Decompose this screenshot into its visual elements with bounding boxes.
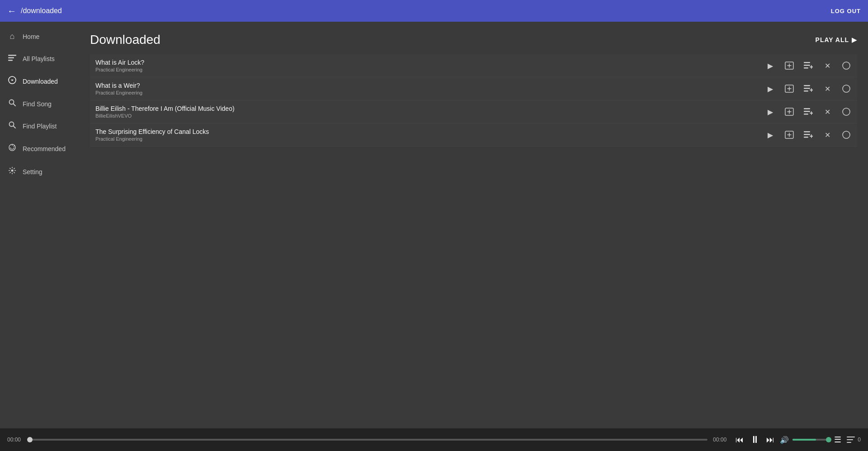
play-all-label: PLAY ALL xyxy=(816,36,849,43)
sidebar-item-setting[interactable]: Setting xyxy=(0,160,79,183)
queue-list-icon xyxy=(847,437,855,443)
svg-rect-25 xyxy=(804,90,808,92)
svg-rect-41 xyxy=(804,131,810,133)
svg-point-28 xyxy=(843,85,850,92)
track-play-button[interactable]: ▶ xyxy=(765,129,776,140)
back-button[interactable]: ← xyxy=(7,6,16,16)
svg-rect-32 xyxy=(804,108,810,109)
volume-dot xyxy=(826,437,831,442)
all-playlists-icon xyxy=(7,54,17,63)
track-play-button[interactable]: ▶ xyxy=(765,106,776,117)
svg-rect-34 xyxy=(804,114,808,115)
track-title: Billie Eilish - Therefore I Am (Official… xyxy=(95,105,234,112)
track-remove-button[interactable]: ✕ xyxy=(822,129,833,140)
logout-button[interactable]: LOG OUT xyxy=(831,8,861,14)
sidebar-item-downloaded[interactable]: Downloaded xyxy=(0,70,79,93)
track-download-button[interactable] xyxy=(841,129,852,140)
svg-line-9 xyxy=(14,146,14,147)
track-info: Billie Eilish - Therefore I Am (Official… xyxy=(95,105,234,119)
track-add-playlist-button[interactable] xyxy=(784,129,795,140)
track-add-queue-button[interactable] xyxy=(803,60,814,71)
track-actions: ▶ xyxy=(765,129,852,140)
svg-rect-0 xyxy=(8,55,16,56)
sidebar-item-find-song[interactable]: Find Song xyxy=(0,93,79,115)
svg-point-46 xyxy=(843,131,850,138)
sidebar-item-recommended[interactable]: Recommended xyxy=(0,137,79,160)
sidebar-item-home[interactable]: ⌂ Home xyxy=(0,25,79,47)
play-all-icon: ▶ xyxy=(852,36,857,43)
play-all-button[interactable]: PLAY ALL ▶ xyxy=(816,36,857,43)
find-song-icon xyxy=(7,99,17,109)
sidebar-label-recommended: Recommended xyxy=(23,145,66,152)
track-title: What is Air Lock? xyxy=(95,59,144,66)
track-remove-button[interactable]: ✕ xyxy=(822,60,833,71)
player-time-current: 00:00 xyxy=(7,437,24,443)
track-add-playlist-button[interactable] xyxy=(784,83,795,94)
sidebar-item-find-playlist[interactable]: Find Playlist xyxy=(0,115,79,137)
track-list: What is Air Lock? Practical Engineering … xyxy=(90,54,857,147)
svg-point-19 xyxy=(843,62,850,69)
topbar: ← /downloaded LOG OUT xyxy=(0,0,868,22)
track-remove-button[interactable]: ✕ xyxy=(822,106,833,117)
downloaded-icon xyxy=(7,76,17,86)
track-item: What is Air Lock? Practical Engineering … xyxy=(90,54,857,77)
volume-control: 🔊 xyxy=(780,436,829,444)
volume-fill xyxy=(792,439,816,441)
track-add-queue-button[interactable] xyxy=(803,106,814,117)
topbar-title: /downloaded xyxy=(21,7,62,15)
track-add-queue-button[interactable] xyxy=(803,83,814,94)
sidebar-label-setting: Setting xyxy=(23,168,43,176)
sidebar: ⌂ Home All Playlists Downloaded xyxy=(0,22,79,428)
svg-rect-15 xyxy=(804,65,810,66)
main-layout: ⌂ Home All Playlists Downloaded xyxy=(0,22,868,428)
svg-rect-48 xyxy=(847,439,853,440)
track-download-button[interactable] xyxy=(841,60,852,71)
player-play-pause-button[interactable]: ⏸ xyxy=(750,434,760,446)
svg-point-10 xyxy=(11,170,14,172)
track-info: The Surprising Efficiency of Canal Locks… xyxy=(95,128,209,142)
svg-rect-1 xyxy=(8,57,14,59)
track-add-queue-button[interactable] xyxy=(803,129,814,140)
svg-rect-43 xyxy=(804,137,808,138)
sidebar-label-find-song: Find Song xyxy=(23,100,52,108)
track-info: What is a Weir? Practical Engineering xyxy=(95,82,142,95)
player-controls: ⏮ ⏸ ⏭ xyxy=(735,434,774,446)
player-prev-button[interactable]: ⏮ xyxy=(735,435,744,445)
sidebar-item-all-playlists[interactable]: All Playlists xyxy=(0,47,79,70)
queue-count-label: 0 xyxy=(858,437,861,443)
player-next-button[interactable]: ⏭ xyxy=(766,435,774,445)
player-progress-bar[interactable] xyxy=(30,439,707,441)
svg-rect-23 xyxy=(804,85,810,86)
queue-button[interactable]: ☰ xyxy=(834,435,841,445)
player-time-total: 00:00 xyxy=(713,437,730,443)
track-play-button[interactable]: ▶ xyxy=(765,60,776,71)
track-actions: ▶ xyxy=(765,60,852,71)
track-channel: Practical Engineering xyxy=(95,90,142,95)
volume-bar[interactable] xyxy=(792,439,829,441)
track-item: The Surprising Efficiency of Canal Locks… xyxy=(90,123,857,147)
sidebar-label-home: Home xyxy=(23,33,39,40)
track-download-button[interactable] xyxy=(841,106,852,117)
track-actions: ▶ xyxy=(765,106,852,117)
volume-icon: 🔊 xyxy=(780,436,789,444)
player-bar: 00:00 00:00 ⏮ ⏸ ⏭ 🔊 ☰ 0 xyxy=(0,428,868,451)
svg-line-5 xyxy=(14,104,16,106)
svg-rect-24 xyxy=(804,88,810,89)
home-icon: ⌂ xyxy=(7,32,17,41)
track-play-button[interactable]: ▶ xyxy=(765,83,776,94)
track-actions: ▶ xyxy=(765,83,852,94)
svg-rect-49 xyxy=(847,442,851,443)
page-title: Downloaded xyxy=(90,33,161,47)
track-item: Billie Eilish - Therefore I Am (Official… xyxy=(90,100,857,123)
track-download-button[interactable] xyxy=(841,83,852,94)
track-remove-button[interactable]: ✕ xyxy=(822,83,833,94)
recommended-icon xyxy=(7,143,17,154)
sidebar-label-find-playlist: Find Playlist xyxy=(23,123,57,130)
track-add-playlist-button[interactable] xyxy=(784,60,795,71)
svg-rect-2 xyxy=(8,60,13,61)
track-add-playlist-button[interactable] xyxy=(784,106,795,117)
track-info: What is Air Lock? Practical Engineering xyxy=(95,59,144,72)
track-item: What is a Weir? Practical Engineering ▶ xyxy=(90,77,857,100)
sidebar-label-all-playlists: All Playlists xyxy=(23,55,55,62)
track-channel: BillieEilishVEVO xyxy=(95,113,234,119)
